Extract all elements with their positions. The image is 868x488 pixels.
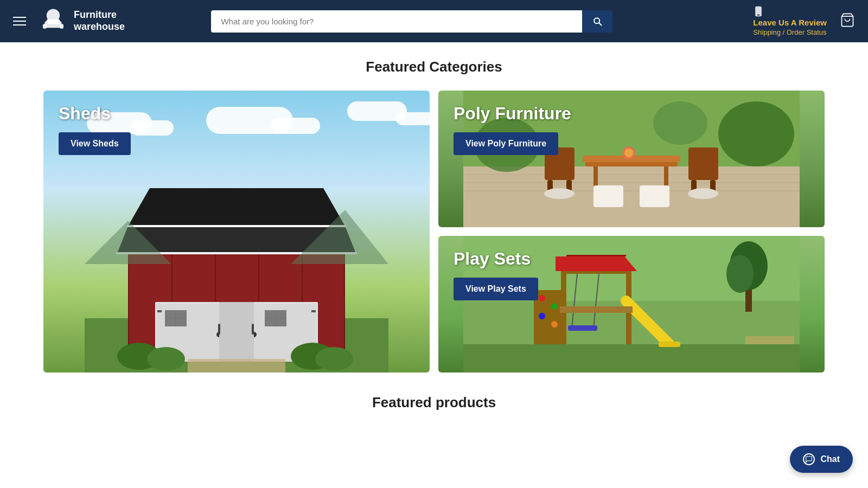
chat-icon	[803, 453, 815, 465]
svg-rect-3	[60, 24, 63, 29]
search-icon	[592, 16, 603, 27]
svg-rect-6	[757, 15, 760, 16]
search-button[interactable]	[582, 10, 612, 33]
sheds-title: Sheds	[59, 104, 414, 124]
logo-sofa-icon	[39, 7, 67, 35]
shipping-status-link[interactable]: Shipping / Order Status	[753, 28, 826, 36]
playsets-card-content: Play Sets View Play Sets	[438, 236, 825, 373]
category-card-poly[interactable]: Poly Furniture View Poly Furniture	[438, 91, 825, 227]
view-sheds-button[interactable]: View Sheds	[59, 132, 131, 155]
category-grid: Sheds View Sheds	[43, 91, 825, 373]
category-card-playsets[interactable]: Play Sets View Play Sets	[438, 236, 825, 373]
menu-icon[interactable]	[13, 17, 26, 25]
phone-icon	[753, 6, 764, 17]
svg-rect-4	[47, 20, 60, 24]
header-links: Leave Us A Review Shipping / Order Statu…	[753, 6, 827, 36]
site-header: Furniture warehouse Leave Us A Review Sh…	[0, 0, 868, 42]
search-bar	[211, 10, 612, 33]
logo-link[interactable]: Furniture warehouse	[39, 7, 137, 35]
sheds-card-content: Sheds View Sheds	[43, 91, 430, 373]
featured-products-title: Featured products	[43, 394, 825, 411]
logo-text: Furniture warehouse	[74, 9, 125, 33]
category-card-sheds[interactable]: Sheds View Sheds	[43, 91, 430, 373]
svg-rect-2	[43, 24, 47, 29]
cart-icon[interactable]	[840, 12, 855, 30]
phone-link	[753, 6, 764, 17]
shopping-cart-icon	[840, 12, 855, 28]
poly-card-content: Poly Furniture View Poly Furniture	[438, 91, 825, 227]
header-right: Leave Us A Review Shipping / Order Statu…	[753, 6, 855, 36]
leave-review-link[interactable]: Leave Us A Review	[753, 18, 827, 27]
search-input[interactable]	[211, 10, 582, 33]
view-poly-button[interactable]: View Poly Furniture	[454, 132, 558, 155]
poly-title: Poly Furniture	[454, 104, 809, 124]
playsets-title: Play Sets	[454, 249, 809, 269]
featured-categories-title: Featured Categories	[43, 59, 825, 75]
view-playsets-button[interactable]: View Play Sets	[454, 278, 538, 300]
chat-button[interactable]: Chat	[790, 446, 853, 473]
main-content: Featured Categories	[0, 42, 868, 433]
